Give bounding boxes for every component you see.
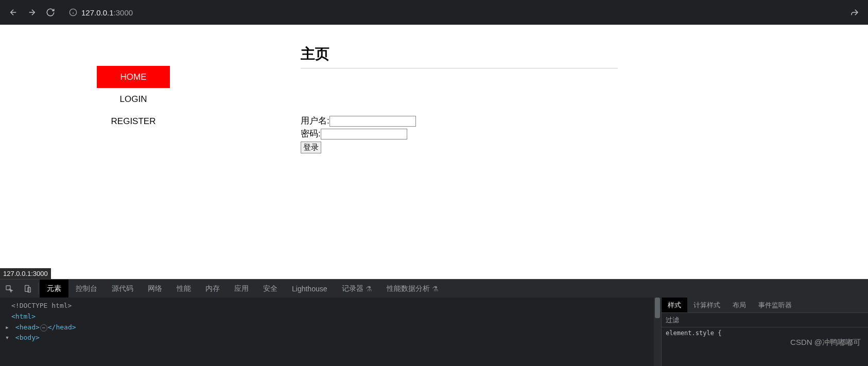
scrollbar[interactable] bbox=[654, 298, 661, 366]
devtools-tab-security[interactable]: 安全 bbox=[256, 280, 285, 298]
devtools-tab-perf-insights[interactable]: 性能数据分析⚗ bbox=[379, 280, 446, 298]
devtools-tab-performance[interactable]: 性能 bbox=[169, 280, 198, 298]
share-button[interactable] bbox=[845, 3, 864, 22]
dom-line-head[interactable]: ▸ <head>⋯</head> bbox=[5, 322, 656, 333]
tab-label: 记录器 bbox=[342, 284, 363, 293]
devtools-tab-recorder[interactable]: 记录器⚗ bbox=[335, 280, 379, 298]
dom-line-doctype[interactable]: <!DOCTYPE html> bbox=[5, 301, 656, 311]
main-content: 主页 用户名: 密码: 登录 bbox=[170, 25, 868, 279]
password-label: 密码: bbox=[301, 129, 321, 138]
dom-line-body[interactable]: ▾ <body> bbox=[5, 333, 656, 343]
devtools-tab-application[interactable]: 应用 bbox=[227, 280, 256, 298]
tab-label: 事件监听器 bbox=[758, 301, 792, 310]
svg-rect-4 bbox=[25, 285, 29, 291]
tab-label: Lighthouse bbox=[292, 285, 327, 293]
styles-filter[interactable]: 过滤 bbox=[662, 313, 868, 327]
tab-label: 应用 bbox=[234, 284, 249, 293]
username-row: 用户名: bbox=[301, 115, 868, 127]
styles-tab-computed[interactable]: 计算样式 bbox=[687, 298, 726, 312]
nav-item-register[interactable]: REGISTER bbox=[97, 110, 170, 132]
device-toggle-icon[interactable] bbox=[19, 280, 37, 298]
dom-line-html[interactable]: <html> bbox=[5, 311, 656, 322]
forward-button[interactable] bbox=[23, 3, 41, 22]
username-input[interactable] bbox=[329, 116, 416, 127]
browser-toolbar: 127.0.0.1:3000 bbox=[0, 0, 868, 25]
page-content: HOME LOGIN REGISTER 主页 用户名: 密码: 登录 127.0… bbox=[0, 25, 868, 279]
url-bar[interactable]: 127.0.0.1:3000 bbox=[64, 4, 842, 21]
tab-label: 源代码 bbox=[112, 284, 133, 293]
nav-item-login[interactable]: LOGIN bbox=[97, 88, 170, 110]
divider bbox=[38, 283, 39, 294]
devtools-tab-sources[interactable]: 源代码 bbox=[105, 280, 141, 298]
styles-tabstrip: 样式 计算样式 布局 事件监听器 bbox=[662, 298, 868, 313]
devtools-tabstrip: 元素 控制台 源代码 网络 性能 内存 应用 安全 Lighthouse 记录器… bbox=[0, 279, 868, 298]
username-label: 用户名: bbox=[301, 116, 329, 126]
nav-item-home[interactable]: HOME bbox=[97, 66, 170, 88]
page-title: 主页 bbox=[301, 44, 618, 64]
url-host: 127.0.0.1 bbox=[81, 8, 114, 17]
flask-icon: ⚗ bbox=[366, 285, 372, 293]
site-info-icon[interactable] bbox=[69, 8, 77, 16]
nav-item-label: LOGIN bbox=[120, 94, 147, 104]
reload-button[interactable] bbox=[41, 3, 60, 22]
styles-tab-styles[interactable]: 样式 bbox=[662, 298, 687, 312]
page-title-row: 主页 bbox=[301, 44, 618, 68]
back-button[interactable] bbox=[4, 3, 23, 22]
filter-placeholder: 过滤 bbox=[666, 316, 679, 325]
tab-label: 内存 bbox=[205, 284, 220, 293]
nav-item-label: REGISTER bbox=[111, 116, 156, 127]
scrollbar-thumb[interactable] bbox=[655, 298, 660, 318]
password-row: 密码: bbox=[301, 128, 868, 140]
nav-arrows bbox=[4, 3, 60, 22]
elements-panel[interactable]: <!DOCTYPE html> <html> ▸ <head>⋯</head> … bbox=[0, 298, 661, 366]
styles-panel: 样式 计算样式 布局 事件监听器 过滤 element.style { CSDN… bbox=[661, 298, 868, 366]
watermark: CSDN @冲鸭嘟嘟可 bbox=[790, 338, 861, 347]
tab-label: 布局 bbox=[733, 301, 746, 310]
side-nav: HOME LOGIN REGISTER bbox=[0, 25, 170, 279]
login-button[interactable]: 登录 bbox=[301, 142, 321, 153]
devtools-body: <!DOCTYPE html> <html> ▸ <head>⋯</head> … bbox=[0, 298, 868, 366]
devtools: 元素 控制台 源代码 网络 性能 内存 应用 安全 Lighthouse 记录器… bbox=[0, 279, 868, 366]
styles-tab-layout[interactable]: 布局 bbox=[726, 298, 752, 312]
status-bar: 127.0.0.1:3000 bbox=[0, 268, 51, 279]
tab-label: 控制台 bbox=[76, 284, 97, 293]
styles-tab-listeners[interactable]: 事件监听器 bbox=[752, 298, 798, 312]
devtools-tab-lighthouse[interactable]: Lighthouse bbox=[285, 280, 335, 298]
url-port: :3000 bbox=[114, 8, 133, 17]
inspect-element-icon[interactable] bbox=[0, 280, 19, 298]
tab-label: 网络 bbox=[148, 284, 162, 293]
devtools-tab-elements[interactable]: 元素 bbox=[40, 280, 68, 298]
tab-label: 安全 bbox=[263, 284, 277, 293]
tab-label: 样式 bbox=[668, 301, 681, 310]
devtools-tab-memory[interactable]: 内存 bbox=[198, 280, 227, 298]
password-input[interactable] bbox=[321, 129, 407, 140]
devtools-tab-console[interactable]: 控制台 bbox=[68, 280, 105, 298]
tab-label: 性能数据分析 bbox=[387, 284, 430, 293]
style-rule: element.style { bbox=[666, 329, 721, 337]
tab-label: 计算样式 bbox=[693, 301, 720, 310]
tab-label: 性能 bbox=[177, 284, 191, 293]
tab-label: 元素 bbox=[47, 284, 61, 293]
ellipsis-icon[interactable]: ⋯ bbox=[40, 324, 47, 332]
nav-item-label: HOME bbox=[120, 72, 147, 82]
flask-icon: ⚗ bbox=[432, 285, 439, 293]
devtools-tab-network[interactable]: 网络 bbox=[141, 280, 169, 298]
